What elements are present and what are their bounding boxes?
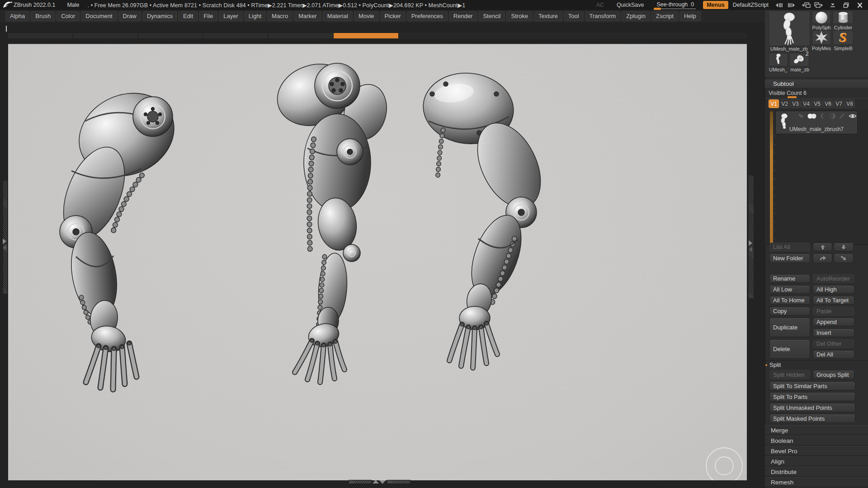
delete-button[interactable]: Delete <box>769 339 810 359</box>
menus-toggle-button[interactable]: Menus <box>703 1 728 9</box>
subtool-scrollbar[interactable] <box>770 111 773 245</box>
menu-brush[interactable]: Brush <box>31 11 55 21</box>
window-dock-left-icon[interactable] <box>800 2 811 9</box>
split-masked-points-button[interactable]: Split Masked Points <box>769 414 855 423</box>
tool-polymesh-star[interactable] <box>812 30 831 45</box>
quicksave-button[interactable]: QuickSave <box>617 2 644 8</box>
menu-zplugin[interactable]: Zplugin <box>622 11 650 21</box>
tab-v3[interactable]: V3 <box>790 99 801 108</box>
recent-tool-1[interactable] <box>769 53 788 66</box>
right-tray-arrows[interactable] <box>749 240 752 252</box>
menu-render[interactable]: Render <box>449 11 477 21</box>
rename-button[interactable]: Rename <box>769 274 810 283</box>
tab-v4[interactable]: V4 <box>801 99 811 108</box>
tool-cylinder[interactable] <box>833 11 854 24</box>
new-folder-button[interactable]: New Folder <box>769 253 810 263</box>
section-boolean[interactable]: Boolean <box>765 436 868 446</box>
see-through-slider-handle[interactable] <box>654 8 661 10</box>
window-dock-right-icon[interactable] <box>814 2 825 9</box>
menu-light[interactable]: Light <box>244 11 266 21</box>
timeline-scrub-right[interactable] <box>387 480 410 484</box>
insert-button[interactable]: Insert <box>813 328 854 337</box>
move-out-button[interactable] <box>813 253 832 263</box>
minimize-icon[interactable] <box>827 2 838 9</box>
default-zscript-button[interactable]: DefaultZScript <box>733 2 769 8</box>
menu-layer[interactable]: Layer <box>219 11 243 21</box>
menu-stencil[interactable]: Stencil <box>478 11 505 21</box>
menu-preferences[interactable]: Preferences <box>407 11 448 21</box>
menu-movie[interactable]: Movie <box>354 11 379 21</box>
texture-map-icon[interactable] <box>830 113 836 119</box>
divider-shrink-right-icon[interactable] <box>787 2 797 9</box>
menu-material[interactable]: Material <box>323 11 353 21</box>
split-to-parts-button[interactable]: Split To Parts <box>769 392 855 401</box>
tab-v2[interactable]: V2 <box>779 99 790 108</box>
menu-picker[interactable]: Picker <box>380 11 406 21</box>
all-high-button[interactable]: All High <box>813 285 854 294</box>
move-down-button[interactable] <box>834 243 854 251</box>
subtool-palette-header[interactable]: Subtool <box>765 80 868 89</box>
reorder-arrow-icon[interactable] <box>797 113 804 119</box>
section-distribute[interactable]: Distribute <box>765 467 868 477</box>
tab-v1[interactable]: V1 <box>769 99 779 108</box>
see-through-slider[interactable]: See-through 0 <box>655 1 696 9</box>
menu-texture[interactable]: Texture <box>534 11 562 21</box>
restore-icon[interactable] <box>841 2 852 9</box>
subtool-item[interactable]: UMesh_male_zbrush7 <box>775 111 858 134</box>
active-tool-thumbnail[interactable] <box>769 11 810 46</box>
visibility-eye-icon[interactable] <box>849 113 857 119</box>
section-remesh[interactable]: Remesh <box>765 477 868 487</box>
menu-edit[interactable]: Edit <box>179 11 198 21</box>
all-to-target-button[interactable]: All To Target <box>813 296 854 305</box>
left-tray-scrollbar[interactable] <box>3 181 7 294</box>
tray-divider-bar[interactable] <box>8 33 747 38</box>
tab-v5[interactable]: V5 <box>812 99 822 108</box>
move-up-button[interactable] <box>813 243 832 251</box>
model-view-front[interactable] <box>52 79 188 389</box>
menu-marker[interactable]: Marker <box>294 11 321 21</box>
uv-map-icon[interactable] <box>820 113 826 119</box>
right-tray-scrollbar[interactable] <box>749 175 754 298</box>
timeline-scrub-left[interactable] <box>349 480 372 484</box>
tool-simplebrush[interactable]: S <box>833 30 854 45</box>
move-into-button[interactable] <box>834 253 854 263</box>
scrub-down-arrow[interactable] <box>379 480 386 484</box>
section-merge[interactable]: Merge <box>765 425 868 435</box>
tab-v6[interactable]: V6 <box>823 99 833 108</box>
split-unmasked-points-button[interactable]: Split Unmasked Points <box>769 403 855 412</box>
all-to-home-button[interactable]: All To Home <box>769 296 810 305</box>
visible-count-slider[interactable]: Visible Count 6 <box>769 90 807 96</box>
scrub-up-arrow[interactable] <box>373 480 379 483</box>
sculpt-canvas[interactable] <box>8 44 747 480</box>
menu-color[interactable]: Color <box>57 11 80 21</box>
append-button[interactable]: Append <box>813 318 854 326</box>
menu-stroke[interactable]: Stroke <box>506 11 533 21</box>
viewport-gyro-widget[interactable] <box>706 448 742 480</box>
menu-file[interactable]: File <box>199 11 217 21</box>
section-bevel-pro[interactable]: Bevel Pro <box>765 446 868 456</box>
divider-position-indicator[interactable] <box>334 33 399 38</box>
menu-macro[interactable]: Macro <box>267 11 292 21</box>
duplicate-button[interactable]: Duplicate <box>769 318 810 337</box>
close-icon[interactable] <box>854 2 865 9</box>
menu-help[interactable]: Help <box>679 11 701 21</box>
split-to-similar-parts-button[interactable]: Split To Similar Parts <box>769 381 855 390</box>
tab-v7[interactable]: V7 <box>834 99 844 108</box>
section-align[interactable]: Align <box>765 456 868 466</box>
tool-polysphere[interactable] <box>812 11 831 24</box>
sculpt-brush-icon[interactable] <box>839 113 845 119</box>
menu-document[interactable]: Document <box>81 11 117 21</box>
model-view-side[interactable] <box>269 55 392 382</box>
menu-dynamics[interactable]: Dynamics <box>142 11 177 21</box>
menu-alpha[interactable]: Alpha <box>5 11 29 21</box>
menu-zscript[interactable]: Zscript <box>651 11 678 21</box>
model-view-back[interactable] <box>420 69 553 368</box>
polypaint-icon[interactable] <box>807 113 817 119</box>
ac-button[interactable]: AC <box>596 2 604 8</box>
tab-v8[interactable]: V8 <box>844 99 855 108</box>
left-tray-arrows[interactable] <box>3 239 6 250</box>
menu-tool[interactable]: Tool <box>564 11 584 21</box>
copy-button[interactable]: Copy <box>769 307 810 315</box>
groups-split-button[interactable]: Groups Split <box>813 370 854 379</box>
all-low-button[interactable]: All Low <box>769 285 810 294</box>
